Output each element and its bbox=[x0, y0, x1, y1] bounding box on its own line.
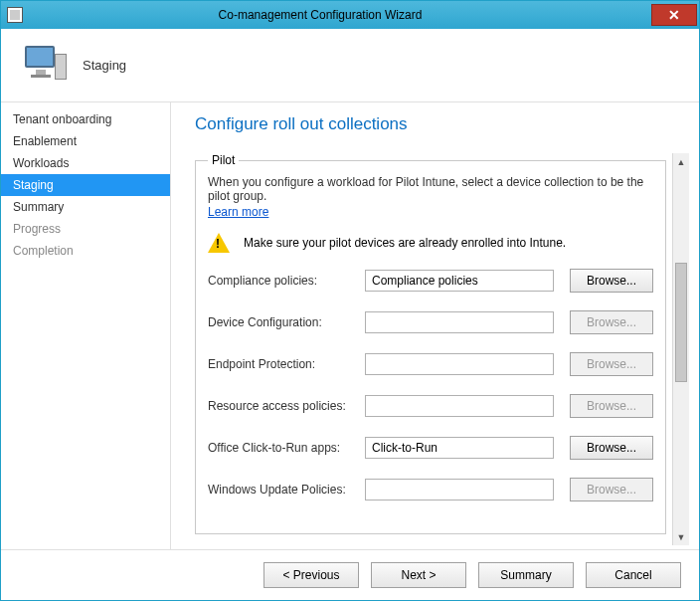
input-endpoint-protection[interactable] bbox=[365, 353, 554, 375]
browse-device-configuration: Browse... bbox=[570, 310, 653, 334]
summary-button[interactable]: Summary bbox=[478, 562, 574, 588]
input-resource-access-policies[interactable] bbox=[365, 395, 554, 417]
row-office-click-to-run: Office Click-to-Run apps: Browse... bbox=[208, 436, 653, 460]
input-device-configuration[interactable] bbox=[365, 311, 554, 333]
title-bar: Co-management Configuration Wizard ✕ bbox=[1, 1, 699, 29]
next-button[interactable]: Next > bbox=[371, 562, 466, 588]
label-device-configuration: Device Configuration: bbox=[208, 315, 365, 329]
pilot-description: When you configure a workload for Pilot … bbox=[208, 175, 653, 203]
browse-resource-access-policies: Browse... bbox=[570, 394, 653, 418]
label-endpoint-protection: Endpoint Protection: bbox=[208, 357, 365, 371]
browse-endpoint-protection: Browse... bbox=[570, 352, 653, 376]
computer-icon bbox=[21, 46, 69, 86]
browse-windows-update-policies: Browse... bbox=[570, 478, 653, 501]
pilot-legend: Pilot bbox=[208, 153, 239, 167]
vertical-scrollbar[interactable]: ▲ ▼ bbox=[672, 153, 689, 545]
row-compliance-policies: Compliance policies: Browse... bbox=[208, 269, 653, 293]
wizard-main: Configure roll out collections Pilot Whe… bbox=[171, 102, 699, 549]
learn-more-link[interactable]: Learn more bbox=[208, 205, 268, 219]
row-endpoint-protection: Endpoint Protection: Browse... bbox=[208, 352, 653, 376]
warning-text: Make sure your pilot devices are already… bbox=[244, 236, 566, 250]
step-summary[interactable]: Summary bbox=[1, 196, 170, 218]
wizard-window: Co-management Configuration Wizard ✕ Sta… bbox=[0, 0, 700, 601]
pilot-group: Pilot When you configure a workload for … bbox=[195, 153, 666, 534]
page-title: Staging bbox=[83, 58, 126, 73]
scroll-thumb[interactable] bbox=[675, 263, 687, 382]
main-heading: Configure roll out collections bbox=[195, 114, 689, 134]
row-resource-access-policies: Resource access policies: Browse... bbox=[208, 394, 653, 418]
step-progress[interactable]: Progress bbox=[1, 218, 170, 240]
scroll-area: Pilot When you configure a workload for … bbox=[195, 152, 689, 545]
input-windows-update-policies[interactable] bbox=[365, 479, 554, 501]
row-device-configuration: Device Configuration: Browse... bbox=[208, 310, 653, 334]
warning-row: Make sure your pilot devices are already… bbox=[208, 233, 653, 253]
step-tenant-onboarding[interactable]: Tenant onboarding bbox=[1, 108, 170, 130]
step-completion[interactable]: Completion bbox=[1, 240, 170, 262]
window-icon bbox=[7, 7, 23, 23]
input-compliance-policies[interactable] bbox=[365, 270, 554, 292]
scroll-up-icon[interactable]: ▲ bbox=[673, 153, 689, 170]
wizard-body: Tenant onboarding Enablement Workloads S… bbox=[1, 102, 699, 549]
input-office-click-to-run[interactable] bbox=[365, 437, 554, 459]
scroll-down-icon[interactable]: ▼ bbox=[673, 528, 689, 545]
warning-icon bbox=[208, 233, 230, 253]
wizard-footer: < Previous Next > Summary Cancel bbox=[1, 549, 699, 600]
browse-office-click-to-run[interactable]: Browse... bbox=[570, 436, 653, 460]
label-compliance-policies: Compliance policies: bbox=[208, 274, 365, 288]
previous-button[interactable]: < Previous bbox=[263, 562, 359, 588]
wizard-steps-sidebar: Tenant onboarding Enablement Workloads S… bbox=[1, 102, 171, 549]
window-title: Co-management Configuration Wizard bbox=[29, 8, 651, 22]
step-workloads[interactable]: Workloads bbox=[1, 152, 170, 174]
label-windows-update-policies: Windows Update Policies: bbox=[208, 483, 365, 497]
step-staging[interactable]: Staging bbox=[1, 174, 170, 196]
step-enablement[interactable]: Enablement bbox=[1, 130, 170, 152]
label-office-click-to-run: Office Click-to-Run apps: bbox=[208, 441, 365, 455]
close-button[interactable]: ✕ bbox=[651, 4, 697, 26]
cancel-button[interactable]: Cancel bbox=[586, 562, 681, 588]
row-windows-update-policies: Windows Update Policies: Browse... bbox=[208, 478, 653, 501]
wizard-header: Staging bbox=[1, 29, 699, 102]
browse-compliance-policies[interactable]: Browse... bbox=[570, 269, 653, 293]
label-resource-access-policies: Resource access policies: bbox=[208, 399, 365, 413]
